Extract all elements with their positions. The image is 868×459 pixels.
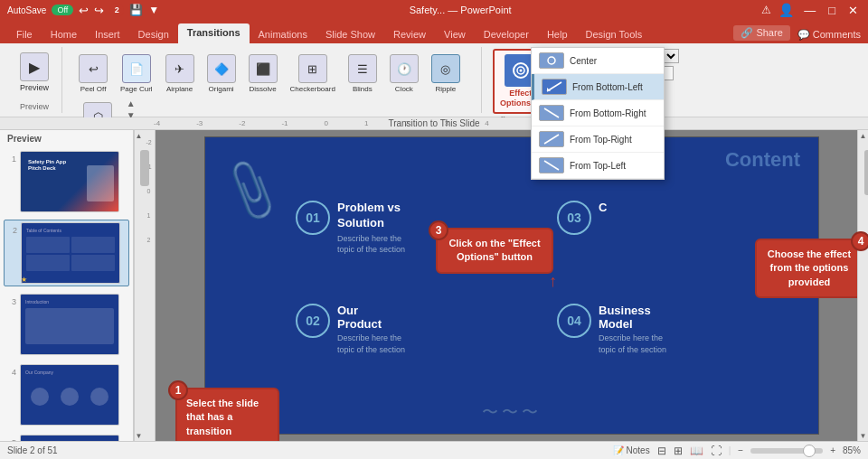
view-slide-sorter-icon[interactable]: ⊞	[674, 445, 683, 457]
transition-page-curl[interactable]: 📄 Page Curl	[115, 51, 158, 97]
effect-bottom-left-label: From Bottom-Left	[572, 82, 643, 92]
effect-center[interactable]: Center	[532, 48, 664, 74]
view-fullscreen-icon[interactable]: ⛶	[711, 445, 722, 457]
main-area: Preview 1 Safety Pin AppPitch Deck 2 Tab…	[0, 130, 868, 441]
transition-airplane[interactable]: ✈ Airplane	[160, 51, 200, 97]
canvas-scroll-down[interactable]: ▼	[858, 430, 869, 441]
status-left: Slide 2 of 51	[7, 445, 58, 455]
slide-thumb-3[interactable]: 3 Introduction	[4, 292, 129, 357]
ruler: Transition to This Slide -4 -3 -2 -1 0 1…	[0, 117, 868, 130]
zoom-slider[interactable]	[750, 448, 823, 454]
undo-icon[interactable]: ↩	[79, 4, 89, 17]
transition-dissolve[interactable]: ⬛ Dissolve	[243, 51, 283, 97]
status-bar: Slide 2 of 51 📝 Notes ⊟ ⊞ 📖 ⛶ | − + 85%	[0, 441, 868, 459]
effect-from-bottom-right[interactable]: From Bottom-Right	[532, 100, 664, 126]
slide-num-3: 3	[5, 294, 16, 306]
transition-indicator-2: ★	[21, 276, 27, 284]
annotation-1-text: Select the slide that has a transition a…	[186, 398, 259, 441]
ruler-title: Transition to This Slide	[388, 118, 479, 128]
airplane-icon: ✈	[165, 54, 194, 83]
effect-bottom-left-thumb	[542, 79, 567, 95]
ribbon-group-preview: ▶ Preview Preview	[7, 47, 62, 113]
view-normal-icon[interactable]: ⊟	[657, 445, 666, 457]
ribbon-tab-bar: File Home Insert Design Transitions Anim…	[0, 20, 868, 43]
panel-label-preview: Preview	[4, 134, 129, 144]
canvas-area: 📎 Content 01 Problem vsSolution Describe…	[156, 130, 868, 441]
tab-design[interactable]: Design	[129, 25, 178, 43]
transition-clock[interactable]: 🕐 Clock	[384, 51, 424, 97]
slide-num-4: 4	[5, 364, 16, 377]
slide-num-5: 5	[5, 435, 16, 441]
transition-checkerboard[interactable]: ⊞ Checkerboard	[285, 51, 341, 97]
close-btn[interactable]: ✕	[845, 4, 861, 17]
notes-button[interactable]: 📝 Notes	[613, 445, 650, 455]
slide-panel: Preview 1 Safety Pin AppPitch Deck 2 Tab…	[0, 130, 134, 441]
zoom-level[interactable]: 85%	[843, 445, 861, 455]
slide-img-3: Introduction	[20, 294, 119, 355]
maximize-btn[interactable]: □	[826, 4, 838, 17]
slide-count-label: Slide 2 of 51	[7, 445, 58, 455]
user-icon[interactable]: 👤	[778, 3, 794, 17]
tab-insert[interactable]: Insert	[86, 25, 129, 43]
save-icon[interactable]: 💾	[129, 4, 143, 16]
tab-developer[interactable]: Developer	[475, 25, 538, 43]
tab-transitions[interactable]: Transitions	[178, 23, 250, 43]
share-button[interactable]: 🔗 Share	[733, 25, 789, 41]
slide-num-2: 2	[6, 222, 17, 235]
effect-bottom-right-thumb	[539, 105, 564, 121]
scroll-thumb[interactable]	[140, 150, 149, 186]
clock-icon: 🕐	[390, 54, 419, 83]
slide-item-04: 04 BusinessModel Describe here thetopic …	[557, 304, 800, 398]
preview-group-label: Preview	[20, 102, 49, 111]
preview-button[interactable]: ▶ Preview	[14, 49, 54, 96]
more-icon[interactable]: ▼	[148, 4, 159, 16]
annotation-4-container: 4 Choose the effect from the options pro…	[755, 239, 863, 298]
tab-home[interactable]: Home	[42, 25, 86, 43]
effect-from-top-right[interactable]: From Top-Right	[532, 126, 664, 153]
effect-from-bottom-left[interactable]: From Bottom-Left	[532, 74, 664, 100]
transition-blinds[interactable]: ☰ Blinds	[343, 51, 382, 97]
comments-button[interactable]: 💬 Comments	[797, 29, 861, 41]
tab-view[interactable]: View	[435, 25, 475, 43]
tab-review[interactable]: Review	[384, 25, 435, 43]
canvas-scrollbar[interactable]: ▲ ▼	[857, 130, 868, 441]
redo-icon[interactable]: ↪	[94, 4, 104, 17]
transition-origami[interactable]: 🔷 Origami	[202, 51, 241, 97]
tab-file[interactable]: File	[7, 25, 42, 43]
effect-from-top-left[interactable]: From Top-Left	[532, 153, 664, 179]
zoom-thumb[interactable]	[803, 445, 816, 457]
transition-peel-off[interactable]: ↩ Peel Off	[73, 51, 113, 97]
view-reading-icon[interactable]: 📖	[690, 445, 703, 457]
slide-thumb-2[interactable]: 2 Table of Contents ★	[4, 220, 129, 286]
minimize-btn[interactable]: —	[801, 4, 818, 17]
wave-decoration: 〜〜〜	[482, 401, 542, 423]
tab-designtools[interactable]: Design Tools	[577, 25, 652, 43]
slide-img-5: Our Team	[20, 435, 119, 441]
slide-thumb-1[interactable]: 1 Safety Pin AppPitch Deck	[4, 149, 129, 214]
effect-top-left-thumb	[539, 157, 564, 173]
slide-panel-scrollbar[interactable]: ▲ ▼	[134, 130, 143, 441]
canvas-scroll-thumb[interactable]	[864, 150, 869, 195]
scroll-up-icon[interactable]: ▲	[127, 98, 136, 108]
ribbon-content: ▶ Preview Preview ↩ Peel Off 📄 Page Curl…	[0, 43, 868, 117]
annotation-bubble-4: Choose the effect from the options provi…	[755, 239, 863, 298]
slide-img-4: Our Company	[20, 364, 119, 426]
slide-thumb-4[interactable]: 4 Our Company	[4, 362, 129, 427]
zoom-plus-btn[interactable]: +	[830, 445, 835, 455]
page-curl-icon: 📄	[122, 54, 151, 83]
tab-help[interactable]: Help	[538, 25, 577, 43]
transition-ripple[interactable]: ◎ Ripple	[426, 51, 466, 97]
autosave-toggle[interactable]: Off	[52, 5, 73, 15]
slide-thumb-5[interactable]: 5 Our Team	[4, 433, 129, 441]
tab-slideshow[interactable]: Slide Show	[316, 25, 384, 43]
effect-top-right-label: From Top-Right	[570, 135, 632, 145]
tab-animations[interactable]: Animations	[250, 25, 316, 43]
canvas-scroll-up[interactable]: ▲	[858, 130, 869, 141]
zoom-minus-btn[interactable]: −	[738, 445, 743, 455]
annotation-1-container: 1 Select the slide that has a transition…	[175, 388, 279, 441]
app-name: — PowerPoint	[448, 5, 511, 15]
warning-icon: ⚠	[761, 4, 771, 16]
title-bar: AutoSave Off ↩ ↪ 2 💾 ▼ Safety... — Power…	[0, 0, 868, 20]
annotation-circle-3: 3	[429, 220, 448, 240]
ripple-icon: ◎	[431, 54, 460, 83]
